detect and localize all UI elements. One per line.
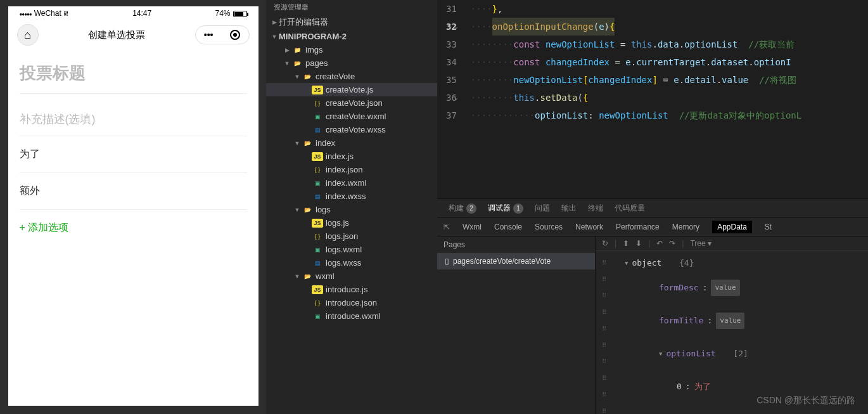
inspect-icon[interactable]: ⇱ [444, 223, 450, 231]
bottom-tab[interactable]: 代码质量 [615, 203, 645, 214]
close-icon[interactable] [230, 30, 240, 40]
bottom-tab[interactable]: 调试器1 [488, 203, 523, 214]
mode-select[interactable]: Tree ▾ [690, 239, 712, 248]
data-tree[interactable]: ⠿▼ object {4}⠿ ⠿formDesc : value⠿ ⠿formT… [596, 251, 868, 414]
carrier: WeChat [20, 9, 69, 18]
open-editors-section[interactable]: ▶打开的编辑器 [266, 15, 437, 30]
bottom-panel: 构建2调试器1问题输出终端代码质量 ⇱ WxmlConsoleSourcesNe… [437, 198, 868, 414]
code-editor[interactable]: 3132⌄33343536⌄37 ····},····onOptionInput… [437, 0, 868, 198]
file-item[interactable]: JSintroduce.js [266, 283, 437, 296]
explorer-header: 资源管理器 [266, 0, 437, 15]
data-row[interactable]: ⠿ ⠿formDesc : value [602, 271, 862, 304]
appdata-toolbar: ↻ | ⬆ ⬇ | ↶ ↷ | Tree ▾ [596, 236, 868, 251]
expand-up-icon[interactable]: ⬆ [623, 239, 629, 248]
watermark: CSDN @那长长遥远的路 [756, 395, 855, 406]
folder-item[interactable]: ▼📂index [266, 136, 437, 150]
devtools-tab[interactable]: Sources [535, 223, 563, 231]
phone-frame: WeChat 14:47 74% ⌂ 创建单选投票 投票标题 补充描述(选填) … [8, 6, 258, 406]
desc-input[interactable]: 补充描述(选填) [20, 94, 247, 136]
file-item[interactable]: ▤logs.wxss [266, 256, 437, 269]
more-icon[interactable] [204, 29, 214, 41]
capsule-button[interactable] [195, 25, 250, 44]
bottom-tab[interactable]: 终端 [588, 203, 603, 214]
file-item[interactable]: ▣logs.wxml [266, 243, 437, 256]
page-title: 创建单选投票 [88, 29, 145, 41]
devtools-tab[interactable]: Console [494, 223, 522, 231]
file-item[interactable]: JScreateVote.js [266, 83, 437, 96]
folder-item[interactable]: ▼📂wxml [266, 269, 437, 283]
undo-icon[interactable]: ↶ [656, 239, 663, 248]
option-input[interactable]: 为了 [20, 136, 247, 173]
file-item[interactable]: JSindex.js [266, 150, 437, 163]
bottom-tab[interactable]: 问题 [535, 203, 550, 214]
expand-down-icon[interactable]: ⬇ [635, 239, 642, 248]
file-item[interactable]: { }introduce.json [266, 296, 437, 309]
mini-nav: ⌂ 创建单选投票 [8, 20, 258, 49]
status-bar: WeChat 14:47 74% [8, 6, 258, 20]
devtools-tab[interactable]: AppData [712, 221, 752, 233]
folder-item[interactable]: ▼📂pages [266, 56, 437, 70]
folder-item[interactable]: ▼📂createVote [266, 70, 437, 83]
devtools-tabs: ⇱ WxmlConsoleSourcesNetworkPerformanceMe… [437, 218, 868, 236]
vote-form: 投票标题 补充描述(选填) 为了额外 + 添加选项 [8, 49, 258, 246]
line-gutter: 3132⌄33343536⌄37 [437, 0, 466, 198]
refresh-icon[interactable]: ↻ [602, 239, 608, 248]
devtools-tab[interactable]: Wxml [463, 223, 482, 231]
status-time: 14:47 [132, 9, 151, 18]
file-item[interactable]: { }createVote.json [266, 96, 437, 110]
option-input[interactable]: 额外 [20, 173, 247, 210]
devtools-tab[interactable]: Memory [672, 223, 699, 231]
appdata-panel: ↻ | ⬆ ⬇ | ↶ ↷ | Tree ▾ ⠿▼ object {4}⠿ ⠿f… [596, 236, 868, 414]
devtools-tab[interactable]: St [765, 223, 772, 231]
pages-panel: Pages ▯pages/createVote/createVote [437, 236, 596, 414]
battery: 74% [215, 9, 246, 18]
page-item[interactable]: ▯pages/createVote/createVote [437, 253, 595, 269]
folder-item[interactable]: ▶📁imgs [266, 43, 437, 56]
project-root[interactable]: ▼MINIPROGRAM-2 [266, 30, 437, 43]
devtools-tab[interactable]: Performance [616, 223, 660, 231]
file-item[interactable]: { }logs.json [266, 230, 437, 243]
data-row[interactable]: ⠿ ⠿▼ optionList [2] [602, 337, 862, 370]
bottom-tabs: 构建2调试器1问题输出终端代码质量 [437, 199, 868, 218]
redo-icon[interactable]: ↷ [669, 239, 675, 248]
file-item[interactable]: ▤createVote.wxss [266, 123, 437, 136]
bottom-tab[interactable]: 构建2 [449, 203, 476, 214]
file-item[interactable]: ▣index.wxml [266, 176, 437, 190]
bottom-tab[interactable]: 输出 [561, 203, 577, 214]
file-item[interactable]: ▣introduce.wxml [266, 309, 437, 323]
code-body[interactable]: ····},····onOptionInputChange(e){·······… [466, 0, 868, 198]
add-option-button[interactable]: + 添加选项 [20, 210, 247, 246]
file-item[interactable]: JSlogs.js [266, 216, 437, 230]
title-input[interactable]: 投票标题 [20, 49, 247, 94]
file-explorer: 资源管理器 ▶打开的编辑器 ▼MINIPROGRAM-2 ▶📁imgs▼📂pag… [266, 0, 437, 414]
devtools-tab[interactable]: Network [575, 223, 603, 231]
folder-item[interactable]: ▼📂logs [266, 203, 437, 216]
file-item[interactable]: { }index.json [266, 163, 437, 176]
simulator-panel: WeChat 14:47 74% ⌂ 创建单选投票 投票标题 补充描述(选填) … [0, 0, 266, 414]
home-icon[interactable]: ⌂ [17, 24, 39, 46]
data-row[interactable]: ⠿ ⠿formTitle : value [602, 304, 862, 337]
file-item[interactable]: ▣createVote.wxml [266, 110, 437, 123]
file-item[interactable]: ▤index.wxss [266, 190, 437, 203]
editor-panel: 3132⌄33343536⌄37 ····},····onOptionInput… [437, 0, 868, 414]
pages-header: Pages [437, 236, 595, 253]
